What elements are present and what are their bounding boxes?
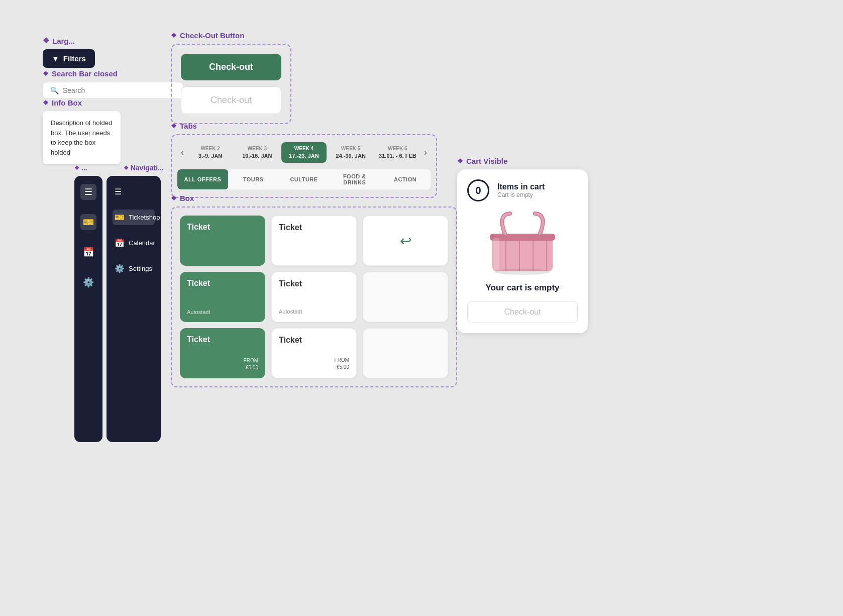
sidebar-calendar-label: Calendar (129, 239, 155, 247)
box-section-label: Box (171, 194, 457, 202)
cart-is-empty-label: Cart is empty (497, 191, 545, 198)
filters-button[interactable]: ▼ Filters (43, 49, 95, 68)
checkout-section-label: Check-Out Button (171, 31, 291, 40)
cat-tab-all-offers[interactable]: ALL OFFERS (177, 169, 228, 189)
ticket-card-green-2[interactable]: Ticket Autostadt (180, 272, 265, 322)
cart-card: 0 Items in cart Cart is empty (457, 169, 588, 333)
next-week-button[interactable]: › (420, 145, 431, 160)
checkout-active-button[interactable]: Check-out (181, 54, 281, 80)
ticket-grid: Ticket Ticket ↩ Ticket Autostadt Ticket … (180, 216, 448, 378)
tabs-demo-box: ‹ WEEK 2 3.-9. JAN WEEK 3 10.-16. JAN WE… (171, 134, 437, 198)
prev-week-button[interactable]: ‹ (177, 145, 188, 160)
sidebar-narrow-calendar-icon[interactable]: 📅 (80, 244, 96, 260)
sidebar-wide: ☰ 🎫 Ticketshop 📅 Calendar ⚙️ Settings (107, 176, 161, 442)
info-box: Description of holded box. The user need… (43, 111, 121, 164)
basket-illustration (482, 210, 563, 275)
cart-checkout-button: Check-out (467, 301, 578, 323)
cart-section-label: Cart Visible (457, 157, 588, 165)
sidebar-wide-settings-icon: ⚙️ (115, 264, 125, 273)
sidebar-narrow: ☰ 🎫 📅 ⚙️ (74, 176, 102, 442)
sidebar-ticketshop-label: Ticketshop (129, 214, 160, 221)
sidebar-wide-menu-icon: ☰ (115, 187, 122, 196)
ticket-card-empty-1 (363, 272, 448, 322)
week-tabs: WEEK 2 3.-9. JAN WEEK 3 10.-16. JAN WEEK… (188, 142, 420, 163)
week-tab-2[interactable]: WEEK 2 3.-9. JAN (188, 142, 233, 163)
ticket-card-empty-2 (363, 328, 448, 378)
cart-info: Items in cart Cart is empty (497, 182, 545, 198)
week-navigation: ‹ WEEK 2 3.-9. JAN WEEK 3 10.-16. JAN WE… (177, 142, 431, 163)
sidebar-settings-label: Settings (129, 265, 152, 272)
sidebar-wide-menu[interactable]: ☰ (113, 184, 155, 199)
tabs-section-label: Tabs (171, 122, 437, 130)
return-arrow-icon: ↩ (400, 233, 411, 249)
ticket-grid-container: Ticket Ticket ↩ Ticket Autostadt Ticket … (171, 207, 457, 387)
week-tab-4[interactable]: WEEK 4 17.-23. JAN (281, 142, 326, 163)
info-box-label: Info Box (43, 98, 121, 107)
search-input[interactable] (63, 86, 176, 94)
larg-label: Larg... (43, 36, 95, 45)
svg-rect-0 (492, 237, 553, 271)
ticket-card-return[interactable]: ↩ (363, 216, 448, 266)
cart-empty-text: Your cart is empty (485, 283, 559, 293)
cat-tab-food-drinks[interactable]: FOOD & DRINKS (329, 169, 380, 189)
week-tab-3[interactable]: WEEK 3 10.-16. JAN (235, 142, 279, 163)
checkout-demo-box: Check-out Check-out (171, 44, 291, 124)
sidebar-wide-calendar[interactable]: 📅 Calendar (113, 235, 155, 251)
cat-tab-tours[interactable]: TOURS (228, 169, 279, 189)
sidebar-narrow-settings-icon[interactable]: ⚙️ (80, 274, 96, 290)
filter-icon: ▼ (52, 54, 59, 63)
sidebar-narrow-ticket-icon[interactable]: 🎫 (80, 214, 96, 230)
cat-tab-culture[interactable]: CULTURE (279, 169, 330, 189)
ticket-card-white-1[interactable]: Ticket (271, 216, 357, 266)
svg-point-7 (495, 269, 550, 275)
items-in-cart-label: Items in cart (497, 182, 545, 191)
search-icon: 🔍 (50, 86, 59, 94)
cat-tab-action[interactable]: ACTION (380, 169, 431, 189)
sidebar-wide-ticket-icon: 🎫 (115, 213, 125, 222)
ticket-card-white-3[interactable]: Ticket FROM€5,00 (271, 328, 357, 378)
category-tabs: ALL OFFERS TOURS CULTURE FOOD & DRINKS A… (177, 169, 431, 190)
cart-count: 0 (467, 179, 489, 201)
week-tab-5[interactable]: WEEK 5 24.-30. JAN (329, 142, 373, 163)
svg-rect-5 (490, 234, 555, 241)
ticket-card-green-3[interactable]: Ticket FROM€5,00 (180, 328, 265, 378)
sidebar-wide-calendar-icon: 📅 (115, 238, 125, 248)
ticket-card-green-1[interactable]: Ticket (180, 216, 265, 266)
svg-rect-6 (493, 238, 499, 270)
ticket-card-white-2[interactable]: Ticket Autostadt (271, 272, 357, 322)
week-tab-6[interactable]: WEEK 6 31.01. - 6. FEB (375, 142, 420, 163)
search-bar-label: Search Bar closed (43, 69, 183, 78)
sidebar-narrow-menu-icon[interactable]: ☰ (80, 184, 96, 200)
sidebars-wrap: ☰ 🎫 📅 ⚙️ ☰ 🎫 Ticketshop 📅 Calendar ⚙️ Se… (74, 176, 164, 442)
cart-header: 0 Items in cart Cart is empty (467, 179, 578, 201)
sidebar-wide-ticketshop[interactable]: 🎫 Ticketshop (113, 210, 155, 225)
checkout-disabled-button: Check-out (181, 86, 281, 114)
sidebar-wide-settings[interactable]: ⚙️ Settings (113, 261, 155, 276)
nav-labels: ... Navigati... (74, 164, 164, 172)
